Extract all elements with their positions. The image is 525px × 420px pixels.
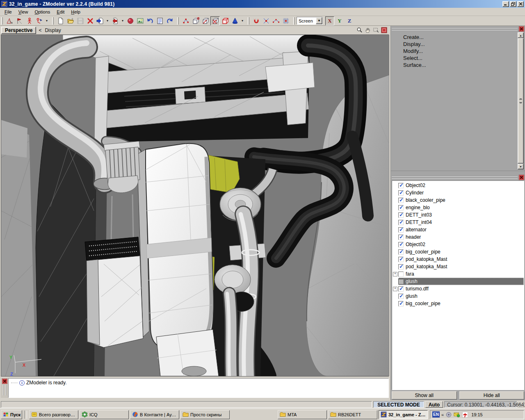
scene-object-row[interactable]: black_cooler_pipe [392,196,524,204]
snap-edges-icon[interactable] [271,16,281,25]
task-button[interactable]: В Контакте | Аудио -... [130,410,179,419]
scene-object-label[interactable]: DETT_int03 [406,212,432,218]
scene-object-label[interactable]: big_cooler_pipe [406,249,441,255]
import-dropdown-icon[interactable]: ▾ [105,16,110,25]
import-icon[interactable] [95,16,105,25]
select-figure-icon[interactable] [25,16,34,25]
close-button[interactable] [517,1,524,7]
create-primitive-dropdown-icon[interactable]: ▾ [240,16,245,25]
material-editor-icon[interactable] [126,16,135,25]
visibility-checkbox[interactable] [398,272,404,277]
command-scrollbar[interactable]: ▲ ▼ [518,32,524,169]
level-edges-icon[interactable] [191,16,200,25]
scene-object-label[interactable]: turismo.dff [406,286,429,292]
zoom-icon[interactable] [356,27,363,34]
command-item[interactable]: Create... [403,34,525,41]
command-item[interactable]: Select... [403,55,525,62]
command-item[interactable]: Modify... [403,48,525,55]
log-close-icon[interactable] [2,379,7,384]
visibility-checkbox[interactable] [398,205,404,210]
tray-collapse-chevron[interactable]: « [441,412,444,417]
scene-object-row[interactable]: glush [392,292,524,300]
command-panel-grip[interactable] [392,27,518,30]
visibility-checkbox[interactable] [398,257,404,262]
scene-object-row[interactable]: DETT_int03 [392,211,524,219]
visibility-checkbox[interactable] [398,286,404,292]
undo-icon[interactable] [145,16,155,25]
scene-object-label[interactable]: header [406,234,421,240]
level-mesh-icon[interactable] [210,16,220,25]
save-file-icon[interactable] [75,16,85,25]
texture-browser-icon[interactable] [135,16,145,25]
menu-item[interactable]: Edit [54,9,67,15]
task-button[interactable]: 32_in_game - ZMod... [379,410,428,419]
magnet-icon[interactable] [251,16,261,25]
select-mode-dropdown-icon[interactable]: ▾ [44,16,49,25]
axis-constraint-button[interactable]: X [325,16,334,25]
start-button[interactable]: Пуск [1,410,22,419]
visibility-checkbox[interactable] [398,279,404,284]
viewport-3d-scene[interactable]: Y X Z [1,34,389,377]
view-mode-dropdown[interactable]: ▼ [316,17,322,24]
scene-object-row[interactable]: big_cooler_pipe [392,248,524,256]
level-polygons-icon[interactable] [201,16,210,25]
clock[interactable]: 19:15 [470,412,483,417]
scene-object-label[interactable]: pod_katopka_Mast [406,264,447,269]
maximize-viewport-icon[interactable] [381,27,388,34]
command-item[interactable]: Display... [403,41,525,48]
redo-icon[interactable] [165,16,174,25]
open-file-icon[interactable] [66,16,75,25]
visibility-checkbox[interactable] [398,198,404,203]
scene-object-label[interactable]: engine_blo [406,205,430,210]
visibility-checkbox[interactable] [398,301,404,306]
visibility-checkbox[interactable] [398,242,404,247]
scene-object-row[interactable]: glush [392,278,524,285]
select-mode-icon[interactable] [34,16,44,25]
scene-object-row[interactable]: big_cooler_pipe [392,300,524,307]
toolbar-group-handle[interactable] [248,17,249,25]
scene-object-row[interactable]: DETT_int04 [392,219,524,226]
export-dropdown-icon[interactable]: ▾ [120,16,125,25]
scene-object-label[interactable]: Object02 [406,183,425,188]
language-indicator[interactable]: EN [432,411,440,418]
tray-icon[interactable] [462,411,468,418]
menu-item[interactable]: File [2,9,15,15]
task-button[interactable]: ICQ [80,410,129,419]
scene-object-label[interactable]: pod_katopka_Mast [406,256,447,262]
panel-splitter[interactable] [391,171,525,174]
new-file-icon[interactable] [56,16,65,25]
delete-icon[interactable] [85,16,95,25]
visibility-checkbox[interactable] [398,212,404,218]
title-bar[interactable]: 32_in_game - ZModeler ver 2.2.4 (Build 9… [0,0,525,8]
scene-object-label[interactable]: big_cooler_pipe [406,301,441,306]
toolbar-group-handle[interactable] [1,17,3,25]
visibility-checkbox[interactable] [398,264,404,269]
scene-object-row[interactable]: header [392,233,524,241]
visibility-checkbox[interactable] [398,235,404,240]
scene-object-label[interactable]: Cylinder [406,190,424,196]
scene-object-label[interactable]: DETT_int04 [406,219,432,225]
menu-item[interactable]: Options [32,9,53,15]
scene-object-label[interactable]: glush [406,278,418,284]
snap-vertices-icon[interactable] [261,16,271,25]
scene-object-row[interactable]: alternator [392,226,524,233]
axis-constraint-button[interactable]: Y [335,16,344,25]
select-flag-icon[interactable] [15,16,24,25]
visibility-checkbox[interactable] [398,220,404,225]
scene-object-label[interactable]: glush [406,293,418,299]
scene-object-row[interactable]: Cylinder [392,189,524,196]
task-button[interactable]: Всего разговоров: 3 -... [29,410,78,419]
scroll-up-icon[interactable]: ▲ [518,32,524,38]
scene-object-row[interactable]: turismo.dff [392,285,524,292]
scene-object-label[interactable]: Object02 [406,242,425,247]
log-window-icon[interactable] [155,16,164,25]
scrollbar-thumb[interactable] [518,38,524,164]
command-item[interactable]: Surface... [403,62,525,69]
auto-button[interactable]: Auto [425,401,443,408]
level-vertices-icon[interactable] [181,16,190,25]
toolbar-group-handle[interactable] [293,17,295,25]
scene-panel-close-icon[interactable] [519,175,524,180]
zoom-region-icon[interactable] [372,27,379,34]
show-all-button[interactable]: Show all [392,391,457,399]
view-mode-combo[interactable]: Screen ▼ [297,17,323,25]
